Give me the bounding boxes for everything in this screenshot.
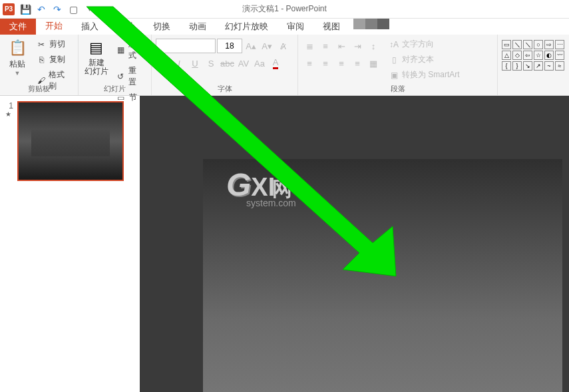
tab-view[interactable]: 视图 (313, 19, 349, 35)
shape-arrow2[interactable]: ⇦ (523, 51, 532, 60)
app-icon: P3 (3, 3, 15, 15)
tab-review[interactable]: 审阅 (278, 19, 313, 35)
copy-icon: ⎘ (36, 55, 47, 65)
swatch-2[interactable] (365, 19, 377, 29)
tab-slideshow[interactable]: 幻灯片放映 (216, 19, 278, 35)
cut-label: 剪切 (49, 39, 65, 50)
cut-button[interactable]: ✂剪切 (33, 37, 74, 51)
tab-transition[interactable]: 切换 (144, 19, 180, 35)
group-font: A▴ A▾ A̷ B I U S abc AV Aa A 字体 (152, 35, 298, 95)
copy-button[interactable]: ⎘复制 (33, 53, 74, 67)
bullets-button[interactable]: ≣ (302, 39, 317, 53)
undo-button[interactable]: ↶ (33, 1, 49, 17)
shape-line2[interactable]: ＼ (523, 40, 532, 49)
align-left-button[interactable]: ≡ (302, 56, 317, 71)
font-color-button[interactable]: A (268, 56, 283, 71)
shape-wave[interactable]: ~ (544, 61, 554, 71)
line-spacing-button[interactable]: ↕ (366, 39, 381, 53)
clear-format-button[interactable]: A̷ (276, 39, 290, 53)
shape-line[interactable]: ＼ (512, 40, 522, 49)
strike-button[interactable]: abc (220, 56, 235, 71)
new-slide-button[interactable]: ▤ 新建 幻灯片 (83, 37, 110, 104)
shape-connector[interactable]: ↘ (523, 61, 532, 71)
thumbnail-item-1[interactable]: 1 ★ (5, 101, 134, 181)
thumbnail-number: 1 (5, 101, 13, 110)
shapes-gallery[interactable]: ▭ ＼ ＼ ○ ⇨ ⋯ △ ◇ ⇦ ☆ ◐ 〰 { } ↘ ↗ ~ ≈ (502, 40, 564, 94)
tab-design[interactable]: 设计 (108, 19, 144, 35)
shape-brace2[interactable]: } (512, 61, 522, 71)
group-paragraph-label: 段落 (298, 84, 497, 94)
workspace: 1 ★ (0, 96, 569, 392)
quick-access-toolbar: P3 💾 ↶ ↷ ▢ ▾ (0, 1, 97, 17)
smartart-button[interactable]: ▣转换为 SmartArt (386, 68, 463, 82)
bold-button[interactable]: B (156, 56, 170, 71)
swatch-3[interactable] (377, 19, 389, 29)
shape-wave2[interactable]: ≈ (555, 61, 564, 71)
align-text-label: 对齐文本 (402, 54, 434, 65)
shape-rect[interactable]: ▭ (502, 40, 511, 49)
qat-customize-icon[interactable]: ▾ (81, 1, 97, 17)
shape-more[interactable]: ⋯ (555, 40, 564, 49)
reset-icon: ↺ (116, 71, 126, 82)
increase-indent-button[interactable]: ⇥ (350, 39, 365, 53)
text-direction-button[interactable]: ↕A文字方向 (386, 37, 463, 51)
layout-label: 版式 (128, 39, 144, 61)
new-slide-label: 新建 幻灯片 (85, 59, 108, 76)
tab-home[interactable]: 开始 (36, 19, 72, 35)
shape-brace[interactable]: { (502, 61, 511, 71)
text-direction-icon: ↕A (389, 39, 399, 50)
save-button[interactable]: 💾 (17, 1, 33, 17)
slide-thumbnails-panel[interactable]: 1 ★ (0, 96, 140, 392)
justify-button[interactable]: ≡ (350, 56, 365, 71)
group-clipboard: 📋 粘贴 ▼ ✂剪切 ⎘复制 🖌格式刷 剪贴板 (0, 35, 79, 95)
align-text-icon: ▯ (389, 55, 399, 65)
columns-button[interactable]: ▦ (366, 56, 381, 71)
shape-connector2[interactable]: ↗ (534, 61, 543, 71)
shape-curve[interactable]: 〰 (555, 51, 564, 60)
shape-star[interactable]: ☆ (534, 51, 543, 60)
smartart-label: 转换为 SmartArt (402, 69, 460, 81)
tab-insert[interactable]: 插入 (72, 19, 108, 35)
shape-tri[interactable]: △ (502, 51, 511, 60)
tab-animation[interactable]: 动画 (180, 19, 216, 35)
slide-canvas[interactable] (203, 159, 562, 392)
swatch-1[interactable] (353, 19, 365, 29)
thumbnail-preview[interactable] (17, 101, 124, 181)
redo-button[interactable]: ↷ (49, 1, 65, 17)
font-size-combo[interactable] (217, 39, 242, 53)
shape-callout[interactable]: ◐ (544, 51, 554, 60)
group-drawing: ▭ ＼ ＼ ○ ⇨ ⋯ △ ◇ ⇦ ☆ ◐ 〰 { } ↘ ↗ ~ ≈ (498, 35, 561, 95)
start-from-beginning-button[interactable]: ▢ (65, 1, 81, 17)
shadow-button[interactable]: S (204, 56, 218, 71)
dropdown-icon: ▼ (15, 70, 21, 77)
layout-icon: ▦ (116, 45, 126, 55)
ribbon: 📋 粘贴 ▼ ✂剪切 ⎘复制 🖌格式刷 剪贴板 ▤ 新建 幻灯片 ▦版式 ↺重置… (0, 35, 569, 96)
shape-diamond[interactable]: ◇ (512, 51, 522, 60)
group-paragraph: ≣ ≡ ⇤ ⇥ ↕ ≡ ≡ ≡ ≡ ▦ ↕A文字方向 ▯对齐文本 ▣转换为 Sm… (298, 35, 498, 95)
tab-file[interactable]: 文件 (0, 19, 36, 35)
font-family-combo[interactable] (156, 39, 216, 53)
animation-star-icon: ★ (5, 110, 13, 118)
group-clipboard-label: 剪贴板 (0, 84, 78, 94)
decrease-indent-button[interactable]: ⇤ (334, 39, 349, 53)
char-spacing-button[interactable]: AV (236, 56, 251, 71)
change-case-button[interactable]: Aa (252, 56, 267, 71)
increase-font-button[interactable]: A▴ (244, 39, 258, 53)
text-direction-label: 文字方向 (402, 39, 434, 50)
new-slide-icon: ▤ (87, 39, 106, 57)
numbering-button[interactable]: ≡ (318, 39, 333, 53)
align-right-button[interactable]: ≡ (334, 56, 349, 71)
layout-button[interactable]: ▦版式 (113, 37, 147, 63)
slide-canvas-area[interactable] (140, 96, 569, 392)
color-theme-swatches[interactable] (353, 19, 389, 35)
shape-oval[interactable]: ○ (534, 40, 543, 49)
ribbon-tabs: 文件 开始 插入 设计 切换 动画 幻灯片放映 审阅 视图 (0, 19, 569, 35)
align-text-button[interactable]: ▯对齐文本 (386, 53, 463, 67)
underline-button[interactable]: U (188, 56, 202, 71)
shape-arrow[interactable]: ⇨ (544, 40, 554, 49)
thumbnail-placeholder (31, 130, 110, 157)
italic-button[interactable]: I (172, 56, 186, 71)
align-center-button[interactable]: ≡ (318, 56, 333, 71)
decrease-font-button[interactable]: A▾ (260, 39, 274, 53)
paste-label: 粘贴 (9, 59, 25, 70)
